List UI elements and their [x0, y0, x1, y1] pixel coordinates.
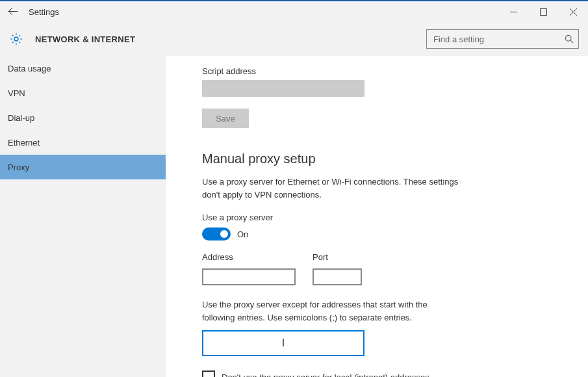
- svg-line-6: [570, 40, 573, 43]
- sidebar-item-data-usage[interactable]: Data usage: [0, 56, 166, 81]
- gear-icon: [9, 32, 23, 46]
- exceptions-input[interactable]: I: [202, 330, 364, 356]
- window-title: Settings: [29, 7, 59, 17]
- local-bypass-label: Don't use the proxy server for local (in…: [222, 372, 429, 378]
- address-input[interactable]: [202, 268, 296, 285]
- port-col: Port: [313, 252, 362, 285]
- script-address-input[interactable]: [202, 80, 364, 97]
- sidebar-item-label: Data usage: [8, 64, 51, 73]
- sidebar: Data usage VPN Dial-up Ethernet Proxy: [0, 56, 166, 377]
- proxy-toggle-row: On: [202, 228, 562, 240]
- main-panel: Script address Save Manual proxy setup U…: [166, 56, 588, 377]
- close-button[interactable]: [558, 1, 588, 22]
- window-controls: [498, 1, 588, 22]
- use-proxy-label: Use a proxy server: [202, 213, 562, 222]
- svg-rect-1: [540, 8, 546, 15]
- section-name: NETWORK & INTERNET: [35, 34, 135, 44]
- manual-proxy-desc: Use a proxy server for Ethernet or Wi-Fi…: [202, 176, 462, 201]
- sidebar-item-dialup[interactable]: Dial-up: [0, 105, 166, 130]
- toggle-knob: [220, 230, 228, 238]
- script-save-button: Save: [202, 109, 249, 128]
- sidebar-item-label: Proxy: [8, 162, 29, 172]
- proxy-toggle[interactable]: [202, 228, 231, 240]
- search-input[interactable]: [426, 29, 579, 49]
- sidebar-item-label: VPN: [8, 88, 25, 98]
- svg-point-4: [14, 37, 18, 41]
- svg-point-5: [565, 35, 571, 41]
- address-col: Address: [202, 252, 296, 285]
- maximize-button[interactable]: [528, 1, 558, 22]
- text-cursor-icon: I: [282, 337, 285, 349]
- search-icon: [565, 34, 574, 44]
- manual-proxy-heading: Manual proxy setup: [202, 151, 562, 166]
- sidebar-item-proxy[interactable]: Proxy: [0, 155, 166, 179]
- header-row: NETWORK & INTERNET: [0, 22, 588, 56]
- address-label: Address: [202, 252, 296, 262]
- back-button[interactable]: 🡠: [8, 6, 23, 18]
- search-wrap: [426, 29, 579, 49]
- exceptions-desc: Use the proxy server except for addresse…: [202, 298, 436, 324]
- sidebar-item-label: Dial-up: [8, 113, 34, 123]
- script-address-label: Script address: [202, 66, 562, 76]
- sidebar-item-label: Ethernet: [8, 138, 40, 148]
- local-bypass-row: Don't use the proxy server for local (in…: [202, 370, 562, 377]
- toggle-state-label: On: [237, 229, 248, 239]
- local-bypass-checkbox[interactable]: [202, 370, 215, 377]
- port-input[interactable]: [313, 268, 362, 285]
- body: Data usage VPN Dial-up Ethernet Proxy Sc…: [0, 56, 588, 377]
- minimize-button[interactable]: [498, 1, 528, 22]
- address-port-row: Address Port: [202, 252, 562, 285]
- sidebar-item-ethernet[interactable]: Ethernet: [0, 130, 166, 155]
- sidebar-item-vpn[interactable]: VPN: [0, 81, 166, 105]
- port-label: Port: [313, 252, 362, 262]
- titlebar: 🡠 Settings: [0, 1, 588, 22]
